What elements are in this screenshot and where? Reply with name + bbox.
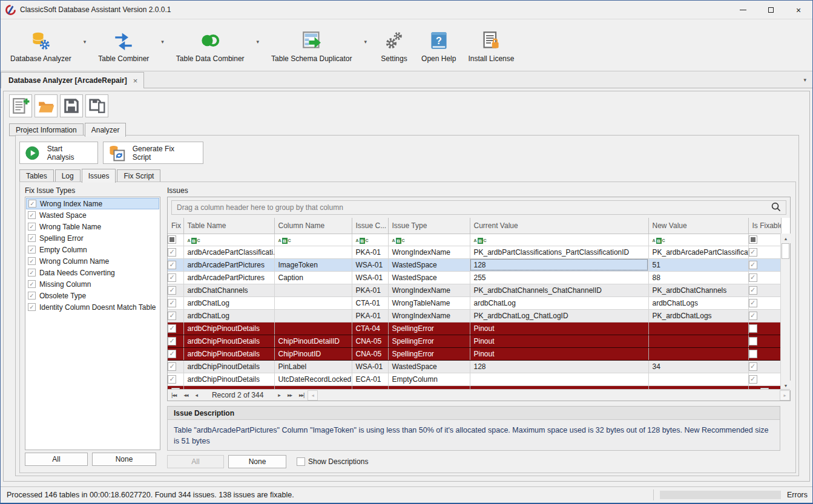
- fixable-checkbox[interactable]: [749, 350, 757, 358]
- cell-table-name[interactable]: ardbChatLog: [183, 296, 274, 309]
- column-header-table-name[interactable]: Table Name: [183, 218, 274, 234]
- fixable-checkbox[interactable]: [749, 375, 757, 384]
- cell-table-name[interactable]: ardbChatChannels: [183, 284, 274, 296]
- cell-fix[interactable]: [168, 347, 183, 360]
- cell-issue-type[interactable]: EmptyColumn: [388, 373, 470, 385]
- save-project-button[interactable]: [60, 94, 83, 117]
- cell-is-fixable[interactable]: [748, 335, 781, 347]
- cell-issue-code[interactable]: WSA-01: [352, 271, 388, 284]
- fixable-checkbox[interactable]: [749, 299, 757, 307]
- table-row[interactable]: ardbChipPinoutDetails PinLabel WSA-01 Wa…: [168, 360, 781, 373]
- cell-fix[interactable]: [168, 296, 183, 309]
- fix-checkbox[interactable]: [168, 324, 176, 333]
- cell-issue-type[interactable]: WastedSpace: [388, 360, 470, 373]
- filter-fix[interactable]: [168, 234, 183, 246]
- filter-column-name[interactable]: [274, 234, 352, 246]
- cell-issue-type[interactable]: SpellingError: [388, 347, 470, 360]
- cell-is-fixable[interactable]: [748, 347, 781, 360]
- cell-current-value[interactable]: Pinout: [470, 322, 648, 335]
- generate-fix-script-button[interactable]: Generate Fix Script: [103, 142, 203, 164]
- cell-new-value[interactable]: PK_ardbChatChannels: [648, 284, 748, 296]
- tab-list-caret-icon[interactable]: ▾: [803, 77, 812, 88]
- cell-column-name[interactable]: ChipPinoutID: [274, 347, 352, 360]
- column-header-current-value[interactable]: Current Value: [470, 218, 648, 234]
- toolbar-item-table-combiner[interactable]: Table Combiner: [92, 25, 155, 65]
- dropdown-caret-icon[interactable]: ▾: [77, 39, 93, 45]
- fixable-checkbox[interactable]: [749, 273, 757, 282]
- save-project-as-button[interactable]: [85, 94, 108, 117]
- cell-issue-type[interactable]: WrongTableName: [388, 296, 470, 309]
- cell-current-value[interactable]: Pinout: [470, 335, 648, 347]
- cell-current-value[interactable]: ardbChatLog: [470, 296, 648, 309]
- cell-is-fixable[interactable]: [748, 296, 781, 309]
- dropdown-caret-icon[interactable]: ▾: [251, 39, 266, 45]
- cell-table-name[interactable]: ardbChipPinoutDetails: [183, 322, 274, 335]
- hscroll-right-icon[interactable]: ▸: [780, 390, 790, 401]
- nav-next-page-button[interactable]: [284, 392, 295, 398]
- issue-type-checkbox[interactable]: [28, 257, 36, 265]
- cell-issue-code[interactable]: CNA-05: [352, 335, 388, 347]
- cell-column-name[interactable]: UtcDateRecordLocked: [274, 373, 352, 385]
- fix-checkbox[interactable]: [168, 375, 176, 384]
- fixable-checkbox[interactable]: [749, 312, 757, 320]
- maximize-button[interactable]: [757, 1, 785, 19]
- cell-issue-type[interactable]: WrongIndexName: [388, 246, 470, 258]
- fix-checkbox[interactable]: [168, 261, 176, 269]
- cell-table-name[interactable]: ardbChipPinoutDetails: [183, 335, 274, 347]
- filter-new-value[interactable]: [648, 234, 748, 246]
- cell-is-fixable[interactable]: [748, 373, 781, 385]
- cell-current-value[interactable]: PK_ardbChatChannels_ChatChannelID: [470, 284, 648, 296]
- cell-column-name[interactable]: ChipPinoutDetailID: [274, 335, 352, 347]
- cell-current-value-focused[interactable]: 128: [470, 258, 648, 271]
- cell-table-name[interactable]: ardbArcadePartPictures: [183, 258, 274, 271]
- issue-type-spelling-error[interactable]: Spelling Error: [26, 232, 159, 244]
- fixable-checkbox[interactable]: [749, 261, 757, 269]
- cell-table-name[interactable]: ardbArcadePartPictures: [183, 271, 274, 284]
- cell-table-name[interactable]: ardbChipPinoutDetails: [183, 373, 274, 385]
- cell-new-value[interactable]: 51: [648, 258, 748, 271]
- filter-checkbox[interactable]: [749, 235, 757, 244]
- issue-type-checkbox[interactable]: [28, 200, 36, 208]
- column-header-is-fixable[interactable]: Is Fixable: [748, 218, 781, 234]
- cell-is-fixable[interactable]: [748, 284, 781, 296]
- issue-type-checkbox[interactable]: [28, 269, 36, 277]
- cell-table-name[interactable]: ardbChipPinoutDetails: [183, 360, 274, 373]
- vertical-scrollbar[interactable]: ▲ ▼: [780, 234, 790, 390]
- filter-issue-code[interactable]: [352, 234, 388, 246]
- cell-is-fixable[interactable]: [748, 258, 781, 271]
- dropdown-caret-icon[interactable]: ▾: [155, 39, 170, 45]
- fix-checkbox[interactable]: [168, 337, 176, 345]
- cell-current-value[interactable]: Pinout: [470, 347, 648, 360]
- fixable-checkbox[interactable]: [749, 286, 757, 295]
- tab-analyzer[interactable]: Analyzer: [85, 123, 127, 137]
- issue-type-wrong-index-name[interactable]: Wrong Index Name: [26, 198, 159, 209]
- cell-new-value[interactable]: 34: [648, 360, 748, 373]
- cell-issue-code[interactable]: PKA-01: [352, 284, 388, 296]
- dropdown-caret-icon[interactable]: ▾: [358, 39, 374, 45]
- cell-new-value[interactable]: 88: [648, 271, 748, 284]
- cell-issue-code[interactable]: CTA-01: [352, 296, 388, 309]
- start-analysis-button[interactable]: Start Analysis: [19, 142, 98, 164]
- table-row-selected[interactable]: ardbArcadePartPictures ImageToken WSA-01…: [168, 258, 781, 271]
- fix-checkbox[interactable]: [168, 312, 176, 320]
- issues-none-button[interactable]: None: [228, 455, 286, 468]
- filter-issue-type[interactable]: [388, 234, 470, 246]
- tab-log[interactable]: Log: [55, 169, 81, 182]
- cell-current-value[interactable]: PK_ardbPartClassifications_PartClassific…: [470, 246, 648, 258]
- nav-first-button[interactable]: [168, 392, 180, 398]
- issue-types-none-button[interactable]: None: [92, 453, 156, 466]
- issue-type-wrong-column-name[interactable]: Wrong Column Name: [26, 255, 159, 267]
- issue-type-checkbox[interactable]: [28, 234, 36, 242]
- filter-table-name[interactable]: [183, 234, 274, 246]
- cell-issue-type[interactable]: SpellingError: [388, 322, 470, 335]
- issue-type-checkbox[interactable]: [28, 211, 36, 219]
- table-row[interactable]: ardbArcadePartClassificati... PKA-01 Wro…: [168, 246, 781, 258]
- cell-new-value[interactable]: ardbChatLogs: [648, 296, 748, 309]
- cell-issue-code[interactable]: PKA-01: [352, 246, 388, 258]
- cell-issue-type[interactable]: WastedSpace: [388, 271, 470, 284]
- table-row[interactable]: ardbChatLog CTA-01 WrongTableName ardbCh…: [168, 296, 781, 309]
- cell-issue-type[interactable]: WastedSpace: [388, 258, 470, 271]
- issue-type-checkbox[interactable]: [28, 292, 36, 299]
- table-row-error[interactable]: ardbChipPinoutDetails ChipPinoutDetailID…: [168, 335, 781, 347]
- cell-is-fixable[interactable]: [748, 246, 781, 258]
